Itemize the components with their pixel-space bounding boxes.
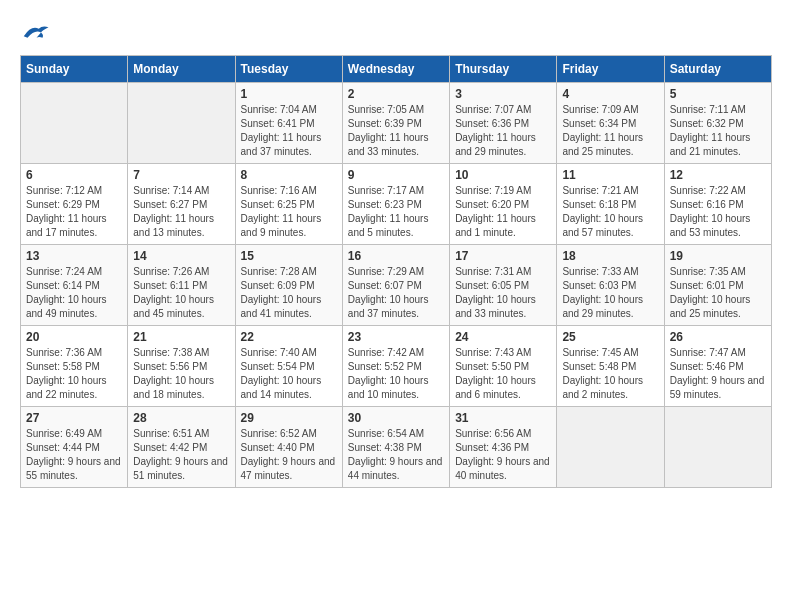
day-info: Sunrise: 7:31 AM Sunset: 6:05 PM Dayligh… (455, 265, 551, 321)
day-number: 17 (455, 249, 551, 263)
day-number: 16 (348, 249, 444, 263)
day-number: 12 (670, 168, 766, 182)
day-info: Sunrise: 7:14 AM Sunset: 6:27 PM Dayligh… (133, 184, 229, 240)
day-info: Sunrise: 6:56 AM Sunset: 4:36 PM Dayligh… (455, 427, 551, 483)
calendar-cell (21, 83, 128, 164)
calendar-week-3: 13Sunrise: 7:24 AM Sunset: 6:14 PM Dayli… (21, 245, 772, 326)
page-header (20, 20, 772, 45)
calendar-cell: 20Sunrise: 7:36 AM Sunset: 5:58 PM Dayli… (21, 326, 128, 407)
calendar-week-1: 1Sunrise: 7:04 AM Sunset: 6:41 PM Daylig… (21, 83, 772, 164)
calendar-week-2: 6Sunrise: 7:12 AM Sunset: 6:29 PM Daylig… (21, 164, 772, 245)
day-info: Sunrise: 7:40 AM Sunset: 5:54 PM Dayligh… (241, 346, 337, 402)
day-number: 31 (455, 411, 551, 425)
day-number: 13 (26, 249, 122, 263)
day-number: 25 (562, 330, 658, 344)
day-info: Sunrise: 7:33 AM Sunset: 6:03 PM Dayligh… (562, 265, 658, 321)
weekday-header-row: SundayMondayTuesdayWednesdayThursdayFrid… (21, 56, 772, 83)
calendar-cell: 8Sunrise: 7:16 AM Sunset: 6:25 PM Daylig… (235, 164, 342, 245)
day-number: 15 (241, 249, 337, 263)
calendar-cell: 16Sunrise: 7:29 AM Sunset: 6:07 PM Dayli… (342, 245, 449, 326)
day-number: 19 (670, 249, 766, 263)
day-info: Sunrise: 7:22 AM Sunset: 6:16 PM Dayligh… (670, 184, 766, 240)
day-number: 14 (133, 249, 229, 263)
day-info: Sunrise: 7:45 AM Sunset: 5:48 PM Dayligh… (562, 346, 658, 402)
day-info: Sunrise: 6:51 AM Sunset: 4:42 PM Dayligh… (133, 427, 229, 483)
day-info: Sunrise: 7:36 AM Sunset: 5:58 PM Dayligh… (26, 346, 122, 402)
calendar-table: SundayMondayTuesdayWednesdayThursdayFrid… (20, 55, 772, 488)
day-info: Sunrise: 7:21 AM Sunset: 6:18 PM Dayligh… (562, 184, 658, 240)
day-number: 30 (348, 411, 444, 425)
day-info: Sunrise: 6:49 AM Sunset: 4:44 PM Dayligh… (26, 427, 122, 483)
day-info: Sunrise: 7:17 AM Sunset: 6:23 PM Dayligh… (348, 184, 444, 240)
calendar-cell: 3Sunrise: 7:07 AM Sunset: 6:36 PM Daylig… (450, 83, 557, 164)
calendar-cell: 22Sunrise: 7:40 AM Sunset: 5:54 PM Dayli… (235, 326, 342, 407)
calendar-cell: 26Sunrise: 7:47 AM Sunset: 5:46 PM Dayli… (664, 326, 771, 407)
weekday-header-wednesday: Wednesday (342, 56, 449, 83)
weekday-header-thursday: Thursday (450, 56, 557, 83)
day-number: 2 (348, 87, 444, 101)
calendar-cell: 24Sunrise: 7:43 AM Sunset: 5:50 PM Dayli… (450, 326, 557, 407)
calendar-cell: 15Sunrise: 7:28 AM Sunset: 6:09 PM Dayli… (235, 245, 342, 326)
day-number: 7 (133, 168, 229, 182)
calendar-cell: 28Sunrise: 6:51 AM Sunset: 4:42 PM Dayli… (128, 407, 235, 488)
weekday-header-monday: Monday (128, 56, 235, 83)
calendar-cell: 12Sunrise: 7:22 AM Sunset: 6:16 PM Dayli… (664, 164, 771, 245)
day-info: Sunrise: 7:04 AM Sunset: 6:41 PM Dayligh… (241, 103, 337, 159)
day-info: Sunrise: 7:42 AM Sunset: 5:52 PM Dayligh… (348, 346, 444, 402)
day-info: Sunrise: 7:19 AM Sunset: 6:20 PM Dayligh… (455, 184, 551, 240)
day-number: 20 (26, 330, 122, 344)
calendar-cell: 23Sunrise: 7:42 AM Sunset: 5:52 PM Dayli… (342, 326, 449, 407)
calendar-cell: 31Sunrise: 6:56 AM Sunset: 4:36 PM Dayli… (450, 407, 557, 488)
day-number: 9 (348, 168, 444, 182)
calendar-cell (557, 407, 664, 488)
weekday-header-saturday: Saturday (664, 56, 771, 83)
calendar-cell: 4Sunrise: 7:09 AM Sunset: 6:34 PM Daylig… (557, 83, 664, 164)
calendar-cell: 27Sunrise: 6:49 AM Sunset: 4:44 PM Dayli… (21, 407, 128, 488)
calendar-week-4: 20Sunrise: 7:36 AM Sunset: 5:58 PM Dayli… (21, 326, 772, 407)
day-number: 23 (348, 330, 444, 344)
day-info: Sunrise: 7:47 AM Sunset: 5:46 PM Dayligh… (670, 346, 766, 402)
calendar-cell: 13Sunrise: 7:24 AM Sunset: 6:14 PM Dayli… (21, 245, 128, 326)
day-info: Sunrise: 7:28 AM Sunset: 6:09 PM Dayligh… (241, 265, 337, 321)
day-number: 26 (670, 330, 766, 344)
day-info: Sunrise: 7:09 AM Sunset: 6:34 PM Dayligh… (562, 103, 658, 159)
day-info: Sunrise: 7:43 AM Sunset: 5:50 PM Dayligh… (455, 346, 551, 402)
calendar-cell: 17Sunrise: 7:31 AM Sunset: 6:05 PM Dayli… (450, 245, 557, 326)
calendar-cell: 19Sunrise: 7:35 AM Sunset: 6:01 PM Dayli… (664, 245, 771, 326)
day-number: 18 (562, 249, 658, 263)
logo (20, 20, 54, 45)
calendar-cell: 9Sunrise: 7:17 AM Sunset: 6:23 PM Daylig… (342, 164, 449, 245)
calendar-cell: 18Sunrise: 7:33 AM Sunset: 6:03 PM Dayli… (557, 245, 664, 326)
calendar-cell: 21Sunrise: 7:38 AM Sunset: 5:56 PM Dayli… (128, 326, 235, 407)
day-number: 24 (455, 330, 551, 344)
day-number: 22 (241, 330, 337, 344)
day-number: 4 (562, 87, 658, 101)
logo-icon (20, 20, 50, 45)
day-info: Sunrise: 6:52 AM Sunset: 4:40 PM Dayligh… (241, 427, 337, 483)
day-info: Sunrise: 7:38 AM Sunset: 5:56 PM Dayligh… (133, 346, 229, 402)
calendar-cell: 25Sunrise: 7:45 AM Sunset: 5:48 PM Dayli… (557, 326, 664, 407)
weekday-header-friday: Friday (557, 56, 664, 83)
day-info: Sunrise: 7:11 AM Sunset: 6:32 PM Dayligh… (670, 103, 766, 159)
day-number: 28 (133, 411, 229, 425)
day-number: 1 (241, 87, 337, 101)
day-info: Sunrise: 7:05 AM Sunset: 6:39 PM Dayligh… (348, 103, 444, 159)
calendar-cell: 29Sunrise: 6:52 AM Sunset: 4:40 PM Dayli… (235, 407, 342, 488)
day-number: 3 (455, 87, 551, 101)
calendar-cell (128, 83, 235, 164)
day-number: 11 (562, 168, 658, 182)
day-info: Sunrise: 7:07 AM Sunset: 6:36 PM Dayligh… (455, 103, 551, 159)
calendar-cell (664, 407, 771, 488)
day-number: 21 (133, 330, 229, 344)
day-info: Sunrise: 6:54 AM Sunset: 4:38 PM Dayligh… (348, 427, 444, 483)
day-info: Sunrise: 7:16 AM Sunset: 6:25 PM Dayligh… (241, 184, 337, 240)
day-number: 10 (455, 168, 551, 182)
day-info: Sunrise: 7:12 AM Sunset: 6:29 PM Dayligh… (26, 184, 122, 240)
calendar-cell: 1Sunrise: 7:04 AM Sunset: 6:41 PM Daylig… (235, 83, 342, 164)
day-number: 27 (26, 411, 122, 425)
calendar-cell: 10Sunrise: 7:19 AM Sunset: 6:20 PM Dayli… (450, 164, 557, 245)
day-number: 5 (670, 87, 766, 101)
calendar-cell: 6Sunrise: 7:12 AM Sunset: 6:29 PM Daylig… (21, 164, 128, 245)
day-number: 8 (241, 168, 337, 182)
weekday-header-tuesday: Tuesday (235, 56, 342, 83)
